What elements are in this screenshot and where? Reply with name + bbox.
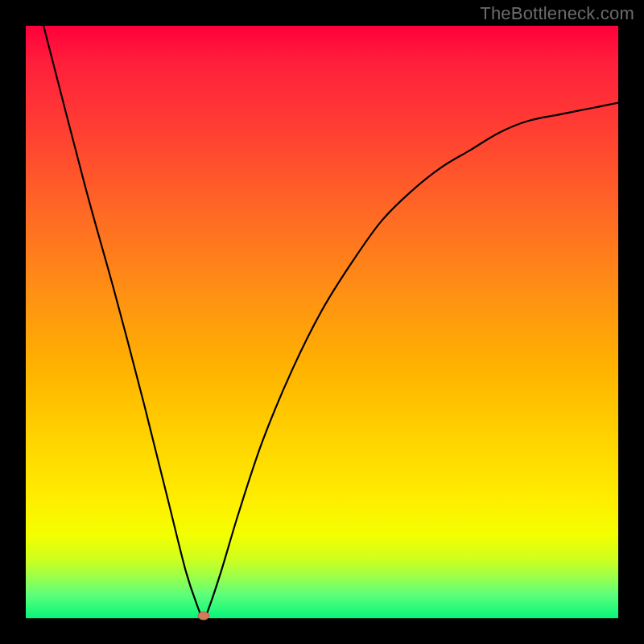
bottleneck-curve [43,26,618,618]
watermark-text: TheBottleneck.com [480,3,634,24]
chart-frame: TheBottleneck.com [0,0,644,644]
minimum-marker [198,612,209,620]
curve-svg [26,26,618,618]
